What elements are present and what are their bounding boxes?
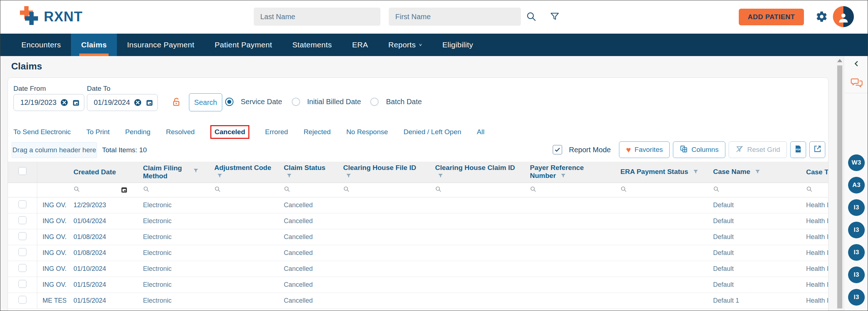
search-icon[interactable]	[435, 187, 442, 193]
row-checkbox[interactable]	[18, 264, 26, 272]
nav-tab-eligibility[interactable]: Eligibility	[432, 34, 483, 56]
gear-icon[interactable]	[816, 10, 828, 24]
cell-claim-name[interactable]: ME TEST...	[37, 293, 66, 308]
column-filter-funnel-icon[interactable]	[693, 169, 699, 176]
cell-claim-name[interactable]: ING OV...	[37, 197, 66, 213]
nav-tab-era[interactable]: ERA	[342, 34, 378, 56]
select-all-checkbox[interactable]	[18, 167, 26, 175]
nav-tab-reports[interactable]: Reports˅	[378, 34, 432, 56]
favorites-button[interactable]: ♥ Favorites	[619, 141, 670, 158]
column-filter-funnel-icon[interactable]	[217, 172, 223, 180]
search-button[interactable]: Search	[189, 93, 222, 111]
status-tab-all[interactable]: All	[477, 128, 484, 136]
patient-badge[interactable]: I3	[848, 289, 865, 306]
col-header-claim-filing-method[interactable]: Claim Filing Method	[133, 162, 202, 183]
reset-grid-button[interactable]: Reset Grid	[729, 141, 787, 158]
col-header-case-type[interactable]: Case T	[793, 162, 829, 183]
col-header-era-payment-status[interactable]: ERA Payment Status	[609, 162, 699, 183]
cell-claim-name[interactable]: ING OV...	[37, 261, 66, 277]
row-checkbox[interactable]	[18, 296, 26, 304]
col-header-clearing-house-claim-id[interactable]: Clearing House Claim ID	[424, 162, 518, 183]
date-to-field[interactable]: 01/19/2024	[87, 94, 158, 111]
cell-claim-name[interactable]: ING OV...	[37, 229, 66, 245]
search-icon[interactable]	[806, 187, 813, 193]
clear-date-icon[interactable]	[60, 98, 68, 107]
filter-cell-name[interactable]	[37, 183, 66, 197]
vertical-scrollbar[interactable]	[836, 56, 844, 311]
status-tab-pending[interactable]: Pending	[125, 128, 151, 136]
filter-cell-case-name[interactable]	[699, 183, 793, 197]
filter-cell-clearing-house-file-id[interactable]	[330, 183, 424, 197]
filter-cell-case-type[interactable]	[793, 183, 829, 197]
search-icon[interactable]	[214, 187, 221, 193]
date-from-field[interactable]: 12/19/2023	[13, 94, 84, 111]
nav-tab-statements[interactable]: Statements	[282, 34, 342, 56]
filter-cell-payer-reference-number[interactable]	[518, 183, 609, 197]
calendar-icon[interactable]	[121, 186, 128, 195]
clear-date-icon[interactable]	[134, 98, 142, 107]
status-tab-to-print[interactable]: To Print	[86, 128, 109, 136]
chat-icon[interactable]	[851, 78, 863, 90]
filter-cell-claim-status[interactable]	[272, 183, 330, 197]
row-checkbox[interactable]	[18, 248, 26, 256]
status-tab-no-response[interactable]: No Response	[346, 128, 388, 136]
calendar-icon[interactable]	[72, 99, 80, 107]
search-icon[interactable]	[620, 187, 627, 193]
cell-claim-name[interactable]: ING OV...	[37, 213, 66, 229]
patient-badge[interactable]: I3	[848, 244, 865, 261]
status-tab-errored[interactable]: Errored	[265, 128, 288, 136]
last-name-input[interactable]	[254, 8, 380, 26]
nav-tab-insurance-payment[interactable]: Insurance Payment	[117, 34, 205, 56]
col-header-name[interactable]	[37, 162, 66, 183]
patient-badge[interactable]: I3	[848, 267, 865, 283]
col-header-clearing-house-file-id[interactable]: Clearing House File ID	[330, 162, 424, 183]
col-header-case-name[interactable]: Case Name	[699, 162, 793, 183]
radio-batch-date[interactable]: Batch Date	[370, 98, 422, 106]
filter-cell-era-payment-status[interactable]	[609, 183, 699, 197]
status-tab-rejected[interactable]: Rejected	[304, 128, 331, 136]
cell-claim-name[interactable]: ING OV...	[37, 245, 66, 261]
filter-cell-clearing-house-claim-id[interactable]	[424, 183, 518, 197]
status-tab-to-send-electronic[interactable]: To Send Electronic	[13, 128, 71, 136]
filter-cell-created-date[interactable]	[66, 183, 133, 197]
columns-button[interactable]: Columns	[673, 141, 725, 158]
export-pdf-button[interactable]: PDF	[790, 141, 806, 158]
scrollbar-thumb[interactable]	[837, 65, 842, 308]
search-icon[interactable]	[143, 187, 149, 193]
cell-claim-name[interactable]: ING OV...	[37, 277, 66, 293]
collapse-panel-button[interactable]	[844, 60, 868, 69]
patient-badge[interactable]: W3	[848, 154, 865, 171]
status-tab-resolved[interactable]: Resolved	[166, 128, 195, 136]
patient-badge[interactable]: A3	[848, 177, 865, 193]
export-data-button[interactable]	[809, 141, 825, 158]
patient-badge[interactable]: I3	[848, 199, 865, 216]
filter-funnel-icon[interactable]	[550, 12, 560, 23]
col-header-created-date[interactable]: Created Date	[66, 162, 133, 183]
scroll-up-arrow[interactable]	[837, 59, 842, 62]
nav-tab-patient-payment[interactable]: Patient Payment	[205, 34, 282, 56]
user-avatar[interactable]	[833, 6, 854, 27]
add-patient-button[interactable]: ADD PATIENT	[739, 9, 804, 25]
column-filter-funnel-icon[interactable]	[286, 172, 292, 180]
row-checkbox[interactable]	[18, 280, 26, 288]
search-icon[interactable]	[73, 187, 80, 193]
row-checkbox[interactable]	[18, 200, 26, 208]
column-filter-funnel-icon[interactable]	[755, 169, 760, 176]
patient-badge[interactable]: I3	[848, 222, 865, 238]
unlock-icon[interactable]	[172, 97, 181, 108]
status-tab-canceled[interactable]: Canceled	[210, 125, 249, 139]
search-icon[interactable]	[343, 187, 350, 193]
report-mode-checkbox[interactable]	[553, 145, 562, 154]
calendar-icon[interactable]	[146, 99, 153, 107]
filter-cell-claim-filing-method[interactable]	[133, 183, 202, 197]
radio-service-date[interactable]: Service Date	[225, 98, 282, 106]
col-header-payer-reference-number[interactable]: Payer Reference Number	[518, 162, 609, 183]
first-name-input[interactable]	[389, 8, 521, 26]
search-icon[interactable]	[526, 11, 537, 24]
status-tab-denied-left-open[interactable]: Denied / Left Open	[404, 128, 462, 136]
radio-initial-billed-date[interactable]: Initial Billed Date	[292, 98, 361, 106]
column-filter-funnel-icon[interactable]	[193, 167, 199, 175]
search-icon[interactable]	[530, 187, 536, 193]
col-header-adjustment-code[interactable]: Adjustment Code	[202, 162, 272, 183]
column-filter-funnel-icon[interactable]	[438, 172, 443, 180]
